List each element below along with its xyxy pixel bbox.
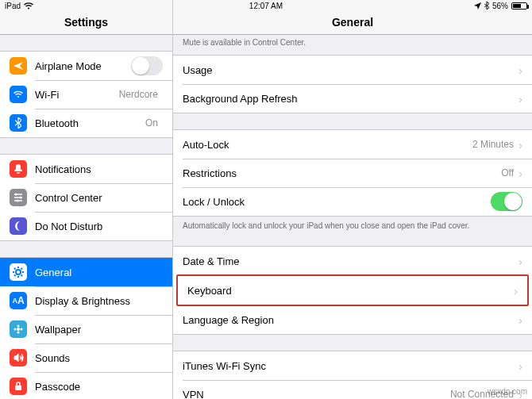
sidebar-item-label: Control Center <box>35 192 163 204</box>
sidebar-title: Settings <box>64 16 108 29</box>
sidebar-item-airplane-mode[interactable]: Airplane Mode <box>0 52 172 80</box>
svg-point-4 <box>17 328 20 331</box>
wifi-icon <box>24 2 33 10</box>
sidebar-scroll[interactable]: Airplane Mode Wi-Fi Nerdcore Bluetooth O… <box>0 35 172 399</box>
keyboard-highlight: Keyboard › <box>176 274 529 306</box>
sidebar-item-wallpaper[interactable]: Wallpaper <box>0 315 172 343</box>
truncated-footnote: Mute is available in Control Center. <box>173 35 532 47</box>
lock-unlock-footnote: Automatically lock and unlock your iPad … <box>173 217 532 230</box>
sidebar-item-label: Passcode <box>35 381 163 393</box>
text-size-icon: AA <box>10 292 27 309</box>
lock-icon <box>10 378 27 395</box>
airplane-icon <box>10 57 27 75</box>
sidebar-item-value: Nerdcore <box>119 89 158 100</box>
svg-point-7 <box>14 328 17 331</box>
chevron-right-icon: › <box>519 167 522 179</box>
row-label: Date & Time <box>183 255 519 267</box>
svg-point-1 <box>20 197 22 199</box>
svg-point-2 <box>17 200 19 202</box>
row-label: Background App Refresh <box>183 93 519 105</box>
row-restrictions[interactable]: Restrictions Off › <box>173 159 532 187</box>
sidebar-item-label: Notifications <box>35 163 163 175</box>
row-itunes-wifi-sync[interactable]: iTunes Wi-Fi Sync › <box>173 351 532 380</box>
svg-point-8 <box>21 328 23 331</box>
status-device: iPad <box>5 2 21 10</box>
sidebar-item-control-center[interactable]: Control Center <box>0 183 172 212</box>
sidebar-item-passcode[interactable]: Passcode <box>0 372 172 399</box>
sidebar-item-notifications[interactable]: Notifications <box>0 155 172 183</box>
detail-scroll[interactable]: Mute is available in Control Center. Usa… <box>173 35 532 399</box>
row-value: 2 Minutes <box>472 139 514 150</box>
sidebar-item-general[interactable]: General <box>0 258 172 286</box>
row-language-region[interactable]: Language & Region › <box>173 305 532 334</box>
row-background-app-refresh[interactable]: Background App Refresh › <box>173 84 532 113</box>
chevron-right-icon: › <box>519 360 522 372</box>
sidebar-item-label: Wi-Fi <box>35 89 119 101</box>
row-label: Language & Region <box>183 314 519 326</box>
sidebar-item-label: Wallpaper <box>35 324 163 336</box>
row-usage[interactable]: Usage › <box>173 56 532 84</box>
row-label: Auto-Lock <box>183 139 472 151</box>
status-time: 12:07 AM <box>249 2 283 10</box>
location-icon <box>474 2 481 10</box>
svg-point-3 <box>16 270 21 274</box>
sidebar-item-label: General <box>35 267 163 278</box>
airplane-mode-toggle[interactable] <box>131 56 163 75</box>
detail-title: General <box>332 16 373 29</box>
row-keyboard[interactable]: Keyboard › <box>178 276 527 305</box>
sidebar-item-wifi[interactable]: Wi-Fi Nerdcore <box>0 80 172 109</box>
row-label: Usage <box>183 64 519 76</box>
gear-icon <box>10 263 27 281</box>
moon-icon <box>10 217 27 235</box>
row-value: Off <box>501 167 514 178</box>
sidebar-item-label: Sounds <box>35 352 163 364</box>
row-label: Restrictions <box>183 167 501 179</box>
chevron-right-icon: › <box>514 285 518 297</box>
sidebar-item-bluetooth[interactable]: Bluetooth On <box>0 109 172 137</box>
lock-unlock-toggle[interactable] <box>491 192 522 211</box>
chevron-right-icon: › <box>519 314 522 326</box>
sidebar-item-label: Do Not Disturb <box>35 221 163 232</box>
status-battery-pct: 56% <box>492 2 508 10</box>
chevron-right-icon: › <box>519 93 522 105</box>
sidebar-item-label: Display & Brightness <box>35 295 163 307</box>
chevron-right-icon: › <box>519 139 522 151</box>
row-label: Lock / Unlock <box>183 196 491 208</box>
sidebar-item-sounds[interactable]: Sounds <box>0 343 172 372</box>
row-date-time[interactable]: Date & Time › <box>173 247 532 275</box>
speaker-icon <box>10 349 27 366</box>
row-auto-lock[interactable]: Auto-Lock 2 Minutes › <box>173 130 532 159</box>
svg-rect-9 <box>15 386 21 390</box>
flower-icon <box>10 320 27 338</box>
status-bar: iPad 12:07 AM 56% <box>0 0 532 11</box>
sidebar-item-value: On <box>145 117 158 129</box>
row-label: Keyboard <box>187 285 514 297</box>
detail-pane: General Mute is available in Control Cen… <box>173 0 532 399</box>
chevron-right-icon: › <box>519 255 522 267</box>
wifi-icon <box>10 86 27 103</box>
chevron-right-icon: › <box>519 64 522 76</box>
row-label: VPN <box>183 389 450 400</box>
sidebar-item-do-not-disturb[interactable]: Do Not Disturb <box>0 212 172 240</box>
sliders-icon <box>10 189 27 206</box>
row-vpn[interactable]: VPN Not Connected › <box>173 380 532 399</box>
svg-point-6 <box>17 332 20 334</box>
bell-icon <box>10 160 27 178</box>
sidebar: Settings Airplane Mode Wi-Fi Nerdcore <box>0 0 173 399</box>
battery-icon <box>511 2 527 10</box>
sidebar-item-label: Airplane Mode <box>35 60 131 72</box>
watermark: wsxdn.com <box>488 387 527 396</box>
bluetooth-icon <box>10 114 27 132</box>
svg-point-5 <box>17 325 20 328</box>
sidebar-item-display-brightness[interactable]: AA Display & Brightness <box>0 286 172 315</box>
row-label: iTunes Wi-Fi Sync <box>183 360 519 372</box>
row-lock-unlock[interactable]: Lock / Unlock <box>173 187 532 216</box>
svg-point-0 <box>15 194 17 196</box>
sidebar-item-label: Bluetooth <box>35 117 145 129</box>
bluetooth-icon <box>484 2 489 10</box>
